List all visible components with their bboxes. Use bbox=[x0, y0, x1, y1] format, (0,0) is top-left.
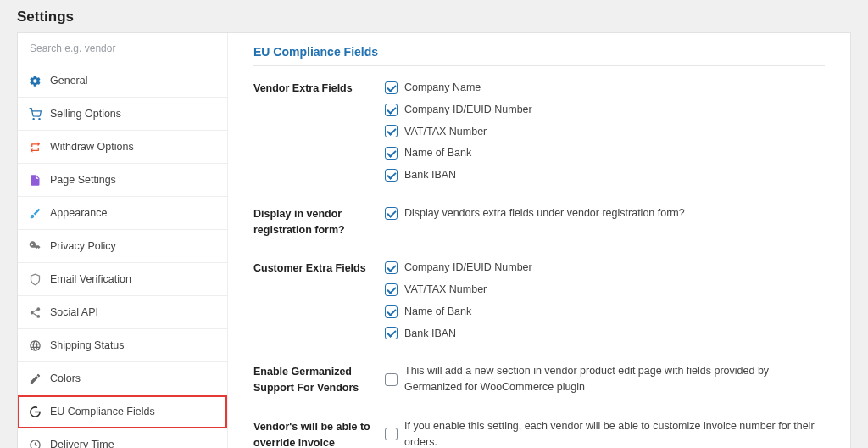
sidebar-search-box bbox=[18, 33, 227, 64]
row-display-registration: Display in vendor registration form? Dis… bbox=[253, 205, 825, 238]
key-icon bbox=[28, 239, 42, 253]
sidebar-item-delivery-time[interactable]: Delivery Time bbox=[18, 428, 227, 448]
override-invoice-label: Vendor's will be able to override Invoic… bbox=[253, 418, 385, 448]
sidebar-item-label: Colors bbox=[50, 372, 81, 384]
clock-icon bbox=[28, 438, 42, 448]
section-title: EU Compliance Fields bbox=[253, 45, 825, 66]
sidebar-item-label: Appearance bbox=[50, 207, 107, 219]
cart-icon bbox=[28, 107, 42, 120]
sidebar-item-label: Withdraw Options bbox=[50, 141, 134, 153]
vendor-extra-fields-label: Vendor Extra Fields bbox=[253, 80, 385, 97]
sidebar-item-shipping-status[interactable]: Shipping Status bbox=[18, 329, 227, 362]
germanized-label: Enable Germanized Support For Vendors bbox=[253, 363, 385, 396]
checkbox-germanized[interactable] bbox=[385, 373, 398, 386]
shield-icon bbox=[28, 272, 42, 286]
checkbox-label: Company ID/EUID Number bbox=[404, 260, 532, 276]
checkbox-c-company-id[interactable] bbox=[385, 261, 398, 274]
sidebar-item-label: Selling Options bbox=[50, 108, 121, 120]
sidebar-item-label: Privacy Policy bbox=[50, 240, 116, 252]
sidebar-item-social-api[interactable]: Social API bbox=[18, 296, 227, 329]
pen-icon bbox=[28, 372, 42, 385]
settings-sidebar: General Selling Options Withdraw Options… bbox=[18, 33, 228, 448]
settings-panel: General Selling Options Withdraw Options… bbox=[17, 32, 851, 448]
checkbox-label: If you enable this setting, each vendor … bbox=[404, 418, 825, 448]
customer-extra-fields-label: Customer Extra Fields bbox=[253, 260, 385, 277]
sidebar-search-input[interactable] bbox=[28, 42, 217, 55]
svg-point-3 bbox=[30, 311, 33, 314]
sidebar-item-withdraw-options[interactable]: Withdraw Options bbox=[18, 131, 227, 164]
sidebar-item-general[interactable]: General bbox=[18, 64, 227, 98]
checkbox-bank-name[interactable] bbox=[385, 147, 398, 160]
checkbox-label: Bank IBAN bbox=[404, 326, 456, 342]
settings-main: EU Compliance Fields Vendor Extra Fields… bbox=[228, 33, 850, 448]
share-icon bbox=[28, 305, 42, 319]
display-registration-label: Display in vendor registration form? bbox=[253, 205, 385, 238]
gear-icon bbox=[28, 74, 42, 87]
checkbox-c-vat-tax[interactable] bbox=[385, 283, 398, 296]
checkbox-label: Bank IBAN bbox=[404, 167, 456, 183]
sidebar-item-colors[interactable]: Colors bbox=[18, 362, 227, 395]
row-customer-extra-fields: Customer Extra Fields Company ID/EUID Nu… bbox=[253, 260, 825, 341]
sidebar-item-selling-options[interactable]: Selling Options bbox=[18, 98, 227, 131]
row-germanized-support: Enable Germanized Support For Vendors Th… bbox=[253, 363, 825, 396]
svg-point-4 bbox=[36, 315, 40, 318]
checkbox-label: Display vendors extra fields under vendo… bbox=[404, 205, 685, 221]
checkbox-label: VAT/TAX Number bbox=[404, 282, 487, 298]
checkbox-override-invoice[interactable] bbox=[385, 428, 398, 440]
checkbox-c-bank-iban[interactable] bbox=[385, 327, 398, 339]
sidebar-item-label: Social API bbox=[50, 306, 98, 318]
svg-point-2 bbox=[36, 307, 40, 311]
sidebar-item-privacy-policy[interactable]: Privacy Policy bbox=[18, 230, 227, 263]
checkbox-label: Company Name bbox=[404, 80, 481, 96]
google-icon bbox=[28, 405, 42, 418]
sidebar-item-eu-compliance-fields[interactable]: EU Compliance Fields bbox=[18, 395, 227, 428]
sidebar-item-label: General bbox=[50, 75, 87, 87]
arrows-icon bbox=[28, 140, 42, 154]
checkbox-company-name[interactable] bbox=[385, 81, 398, 94]
sidebar-item-label: Delivery Time bbox=[50, 439, 114, 448]
svg-point-1 bbox=[38, 118, 39, 119]
row-override-invoice: Vendor's will be able to override Invoic… bbox=[253, 418, 825, 448]
row-vendor-extra-fields: Vendor Extra Fields Company Name Company… bbox=[253, 80, 825, 183]
checkbox-label: Name of Bank bbox=[404, 145, 471, 161]
sidebar-item-label: EU Compliance Fields bbox=[50, 406, 155, 417]
checkbox-label: Company ID/EUID Number bbox=[404, 102, 532, 118]
sidebar-item-email-verification[interactable]: Email Verification bbox=[18, 263, 227, 296]
checkbox-label: VAT/TAX Number bbox=[404, 124, 487, 140]
sidebar-item-label: Email Verification bbox=[50, 273, 131, 285]
checkbox-label: Name of Bank bbox=[404, 304, 471, 320]
globe-icon bbox=[28, 339, 42, 352]
checkbox-vat-tax[interactable] bbox=[385, 125, 398, 137]
sidebar-item-appearance[interactable]: Appearance bbox=[18, 197, 227, 230]
sidebar-item-label: Page Settings bbox=[50, 174, 116, 186]
page-title: Settings bbox=[17, 8, 851, 25]
brush-icon bbox=[28, 206, 42, 220]
checkbox-c-bank-name[interactable] bbox=[385, 305, 398, 318]
checkbox-display-registration[interactable] bbox=[385, 207, 398, 220]
sidebar-item-label: Shipping Status bbox=[50, 339, 125, 351]
sidebar-item-page-settings[interactable]: Page Settings bbox=[18, 164, 227, 197]
checkbox-label: This will add a new section in vendor pr… bbox=[404, 363, 825, 395]
checkbox-company-id-euid[interactable] bbox=[385, 104, 398, 116]
checkbox-bank-iban[interactable] bbox=[385, 169, 398, 182]
svg-point-0 bbox=[33, 118, 34, 119]
page-icon bbox=[28, 173, 42, 187]
